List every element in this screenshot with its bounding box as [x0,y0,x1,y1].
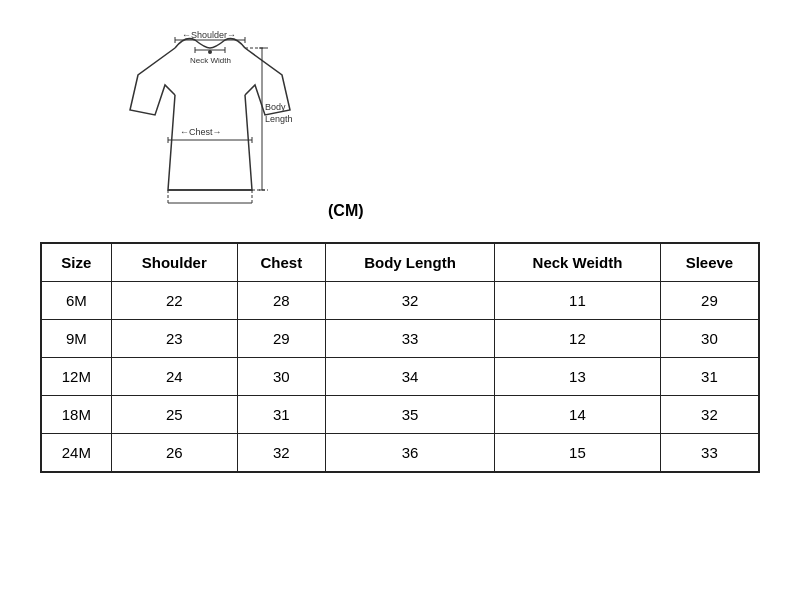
svg-text:Length: Length [265,114,293,124]
table-cell: 14 [495,396,661,434]
table-cell: 32 [660,396,759,434]
table-cell: 31 [660,358,759,396]
table-cell: 29 [660,282,759,320]
table-header-cell: Neck Weidth [495,243,661,282]
table-cell: 25 [111,396,237,434]
svg-text:←Chest→: ←Chest→ [180,127,222,137]
table-header-cell: Sleeve [660,243,759,282]
table-cell: 33 [660,434,759,473]
table-header-cell: Body Length [326,243,495,282]
table-row: 18M2531351432 [41,396,759,434]
cm-label: (CM) [328,202,364,220]
table-cell: 12 [495,320,661,358]
table-header-cell: Size [41,243,111,282]
table-cell: 33 [326,320,495,358]
table-cell: 22 [111,282,237,320]
table-cell: 30 [660,320,759,358]
table-header-cell: Shoulder [111,243,237,282]
table-cell: 11 [495,282,661,320]
table-body: 6M22283211299M232933123012M243034133118M… [41,282,759,473]
table-row: 9M2329331230 [41,320,759,358]
table-cell: 29 [237,320,325,358]
shirt-diagram: ←Shoulder→ Neck Width Body Length ←Chest… [100,20,320,230]
table-cell: 34 [326,358,495,396]
table-row: 24M2632361533 [41,434,759,473]
table-cell: 24 [111,358,237,396]
table-cell: 6M [41,282,111,320]
svg-text:Body: Body [265,102,286,112]
table-cell: 36 [326,434,495,473]
size-table: SizeShoulderChestBody LengthNeck WeidthS… [40,242,760,473]
table-row: 6M2228321129 [41,282,759,320]
table-header-cell: Chest [237,243,325,282]
svg-text:Neck Width: Neck Width [190,56,231,65]
table-cell: 35 [326,396,495,434]
table-cell: 18M [41,396,111,434]
table-cell: 32 [326,282,495,320]
table-row: 12M2430341331 [41,358,759,396]
diagram-section: ←Shoulder→ Neck Width Body Length ←Chest… [40,20,760,230]
svg-text:←Shoulder→: ←Shoulder→ [182,30,236,40]
table-cell: 30 [237,358,325,396]
table-cell: 9M [41,320,111,358]
table-cell: 26 [111,434,237,473]
shirt-svg: ←Shoulder→ Neck Width Body Length ←Chest… [100,20,320,230]
table-cell: 15 [495,434,661,473]
svg-point-9 [208,50,212,54]
table-cell: 32 [237,434,325,473]
table-header-row: SizeShoulderChestBody LengthNeck WeidthS… [41,243,759,282]
table-cell: 23 [111,320,237,358]
table-cell: 24M [41,434,111,473]
table-cell: 13 [495,358,661,396]
table-cell: 31 [237,396,325,434]
table-cell: 12M [41,358,111,396]
table-cell: 28 [237,282,325,320]
